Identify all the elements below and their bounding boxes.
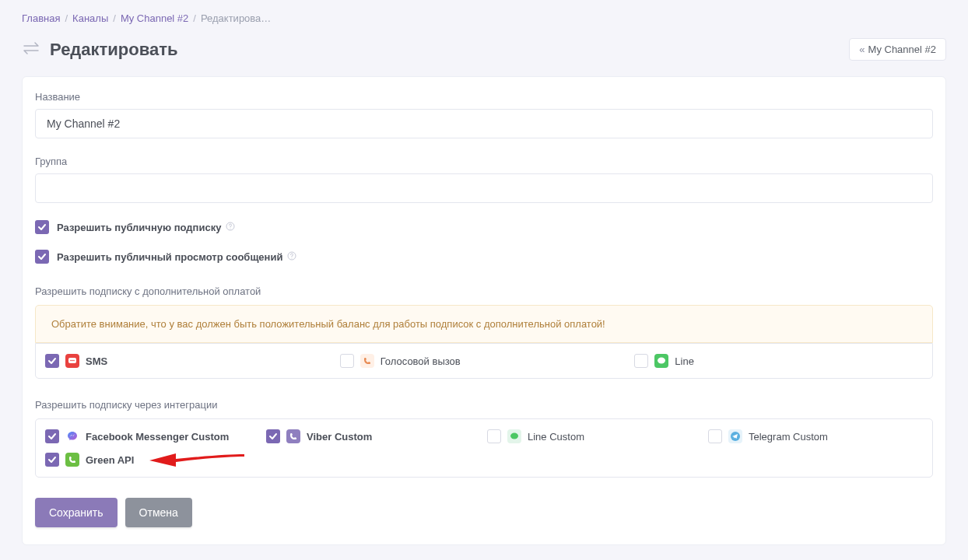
line-custom-icon [507,429,521,443]
warning-alert: Обратите внимание, что у вас должен быть… [35,305,933,343]
page-title: Редактировать [50,40,178,60]
fb-label: Facebook Messenger Custom [86,431,229,443]
breadcrumb-sep-icon: / [65,12,68,24]
sms-icon [65,354,79,368]
edit-card: Название Группа Разрешить публичную подп… [22,76,946,545]
breadcrumb-channels[interactable]: Каналы [72,12,108,24]
svg-point-6 [72,360,73,362]
chevron-left-icon: « [859,44,865,55]
breadcrumb-channel[interactable]: My Channel #2 [121,12,188,24]
sms-label: SMS [86,355,107,367]
green-api-icon [65,453,79,467]
breadcrumb-current: Редактирова… [201,12,271,24]
green-label: Green API [86,454,134,466]
voice-checkbox[interactable] [340,354,354,368]
public-subscribe-label: Разрешить публичную подписку [57,222,221,233]
arrow-annotation-icon [145,452,246,467]
public-view-label: Разрешить публичный просмотр сообщений [57,251,282,263]
fb-checkbox[interactable] [45,429,59,443]
name-input[interactable] [35,109,933,138]
swap-icon [22,41,40,58]
group-input[interactable] [35,173,933,203]
name-label: Название [35,91,933,103]
paid-section-label: Разрешить подписку с дополнительной опла… [35,285,933,297]
back-button-label: My Channel #2 [868,44,936,55]
svg-point-1 [230,228,231,229]
svg-point-9 [510,433,518,439]
public-view-checkbox[interactable] [35,250,49,264]
viber-checkbox[interactable] [266,429,280,443]
cancel-button[interactable]: Отмена [125,498,192,527]
telegram-icon [728,429,742,443]
sms-checkbox[interactable] [45,354,59,368]
public-subscribe-checkbox[interactable] [35,220,49,234]
line-checkbox[interactable] [634,354,648,368]
svg-point-7 [73,360,75,362]
tg-checkbox[interactable] [708,429,722,443]
linec-checkbox[interactable] [487,429,501,443]
integrations-section-label: Разрешить подписку через интеграции [35,399,933,411]
save-button[interactable]: Сохранить [35,498,117,527]
svg-point-3 [292,257,293,258]
svg-point-5 [70,360,72,362]
voice-label: Голосовой вызов [381,355,461,367]
help-icon[interactable] [287,251,296,263]
messenger-icon [65,429,79,443]
breadcrumb-sep-icon: / [193,12,196,24]
viber-label: Viber Custom [307,431,372,443]
breadcrumb-home[interactable]: Главная [22,12,60,24]
line-label: Line [675,355,694,367]
group-label: Группа [35,156,933,167]
breadcrumb: Главная / Каналы / My Channel #2 / Редак… [22,12,946,24]
breadcrumb-sep-icon: / [113,12,116,24]
linec-label: Line Custom [528,431,584,443]
line-icon [654,354,668,368]
phone-icon [360,354,374,368]
back-button[interactable]: « My Channel #2 [849,38,946,61]
green-checkbox[interactable] [45,453,59,467]
viber-icon [286,429,300,443]
svg-point-8 [658,358,665,364]
tg-label: Telegram Custom [749,431,828,443]
help-icon[interactable] [226,222,235,233]
